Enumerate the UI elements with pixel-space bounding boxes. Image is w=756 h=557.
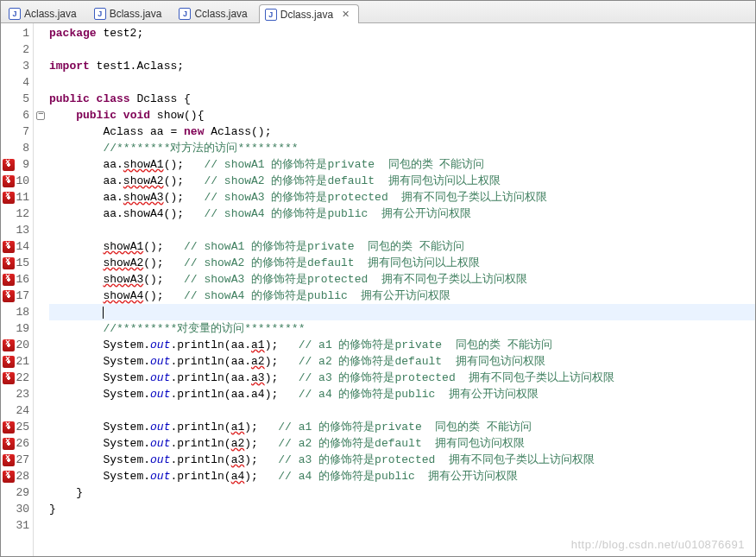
tab-aclass[interactable]: Aclass.java (3, 3, 86, 22)
code-line[interactable]: } (49, 501, 755, 517)
token-cm: // a3 的修饰符是protected 拥有不同包子类以上访问权限 (278, 453, 595, 466)
token-plain: (); (143, 273, 184, 286)
token-plain: System. (49, 355, 150, 368)
code-line[interactable]: aa.showA1(); // showA1 的修饰符是private 同包的类… (49, 156, 755, 173)
code-line[interactable]: aa.showA4(); // showA4 的修饰符是public 拥有公开访… (49, 206, 755, 222)
token-errul: showA3 (123, 191, 164, 204)
token-it: out (150, 339, 170, 351)
java-file-icon (94, 8, 106, 20)
code-content[interactable]: package test2;import test1.Aclass;public… (34, 23, 755, 556)
code-line[interactable]: System.out.println(a4); // a4 的修饰符是publi… (49, 468, 755, 484)
gutter-row: 19 (1, 320, 33, 337)
code-line[interactable]: showA3(); // showA3 的修饰符是protected 拥有不同包… (49, 271, 755, 288)
code-line[interactable]: package test2; (49, 25, 755, 41)
error-icon (3, 356, 15, 368)
code-line[interactable]: public class Dclass { (49, 91, 755, 107)
gutter-row: 17 (1, 288, 33, 304)
code-line[interactable]: aa.showA3(); // showA3 的修饰符是protected 拥有… (49, 189, 755, 206)
code-line[interactable]: showA2(); // showA2 的修饰符是default 拥有同包访问以… (49, 255, 755, 271)
token-plain (49, 273, 103, 286)
token-it: out (150, 421, 170, 434)
token-errul: showA1 (123, 158, 164, 171)
token-plain (49, 306, 103, 319)
line-number: 5 (22, 92, 29, 105)
tab-dclass[interactable]: Dclass.java✕ (259, 4, 359, 23)
tab-cclass[interactable]: Cclass.java (173, 3, 256, 22)
code-line[interactable] (49, 304, 755, 320)
code-line[interactable]: System.out.println(a1); // a1 的修饰符是priva… (49, 419, 755, 435)
line-number: 27 (16, 453, 29, 466)
gutter-row: 26 (1, 435, 33, 452)
gutter-row: 29 (1, 484, 33, 501)
line-number: 23 (16, 388, 29, 401)
error-icon (3, 421, 15, 434)
gutter-row: 5 (1, 91, 33, 107)
token-errul: showA2 (103, 256, 143, 269)
token-errul: a1 (231, 421, 245, 434)
token-plain: System. (49, 339, 150, 351)
code-line[interactable]: aa.showA2(); // showA2 的修饰符是default 拥有同包… (49, 173, 755, 189)
editor-area: 1234567891011121314151617181920212223242… (1, 23, 755, 556)
token-plain: aa. (49, 174, 123, 187)
code-line[interactable] (49, 517, 755, 534)
code-line[interactable]: //*********对变量的访问********* (49, 320, 755, 337)
token-plain: ); (265, 355, 299, 368)
code-line[interactable] (49, 402, 755, 419)
gutter-row: 8 (1, 140, 33, 156)
line-number: 9 (22, 158, 29, 171)
close-icon[interactable]: ✕ (342, 9, 350, 20)
gutter-row: 15 (1, 255, 33, 271)
error-icon (3, 241, 15, 253)
error-icon (3, 192, 15, 204)
line-number: 20 (16, 339, 29, 351)
code-line[interactable]: import test1.Aclass; (49, 58, 755, 74)
token-errul: showA4 (103, 289, 143, 302)
token-plain: .println(aa. (170, 355, 251, 368)
java-file-icon (9, 8, 21, 20)
token-plain (49, 109, 76, 122)
token-plain: ); (244, 421, 278, 434)
gutter-row: 10 (1, 173, 33, 189)
tab-label: Dclass.java (280, 9, 333, 21)
token-cm: // showA1 的修饰符是private 同包的类 不能访问 (204, 158, 484, 171)
code-line[interactable] (49, 74, 755, 91)
code-line[interactable]: showA1(); // showA1 的修饰符是private 同包的类 不能… (49, 238, 755, 255)
token-it: out (150, 355, 170, 368)
token-errul: showA1 (103, 240, 143, 253)
error-icon (3, 454, 15, 466)
code-line[interactable]: System.out.println(aa.a1); // a1 的修饰符是pr… (49, 337, 755, 353)
code-line[interactable]: System.out.println(aa.a3); // a3 的修饰符是pr… (49, 370, 755, 386)
code-line[interactable] (49, 41, 755, 58)
gutter-row: 12 (1, 206, 33, 222)
line-number: 13 (16, 224, 29, 237)
code-line[interactable]: //********对方法的访问********* (49, 140, 755, 156)
token-kw: new (184, 125, 204, 138)
tab-bclass[interactable]: Bclass.java (88, 3, 172, 22)
code-line[interactable]: System.out.println(a2); // a2 的修饰符是defau… (49, 435, 755, 452)
token-plain: (); (164, 174, 205, 187)
token-errul: a3 (251, 371, 265, 384)
code-line[interactable]: public void show(){ (49, 107, 755, 123)
gutter-row: 14 (1, 238, 33, 255)
error-icon (3, 438, 15, 450)
code-line[interactable]: System.out.println(aa.a4); // a4 的修饰符是pu… (49, 386, 755, 402)
code-line[interactable]: } (49, 484, 755, 501)
code-line[interactable]: showA4(); // showA4 的修饰符是public 拥有公开访问权限 (49, 288, 755, 304)
token-cm: // showA2 的修饰符是default 拥有同包访问以上权限 (204, 174, 500, 187)
code-line[interactable] (49, 222, 755, 238)
code-line[interactable]: System.out.println(a3); // a3 的修饰符是prote… (49, 452, 755, 468)
gutter-row: 7 (1, 123, 33, 140)
token-plain: System. (49, 388, 150, 401)
line-number: 1 (22, 27, 29, 40)
token-plain: .println(aa. (170, 339, 251, 351)
token-cm: // showA4 的修饰符是public 拥有公开访问权限 (184, 289, 450, 302)
line-number: 28 (16, 470, 29, 483)
token-plain: System. (49, 470, 150, 483)
line-number: 4 (22, 76, 29, 89)
error-icon (3, 257, 15, 269)
code-line[interactable]: Aclass aa = new Aclass(); (49, 123, 755, 140)
token-it: out (150, 371, 170, 384)
token-kw: public void (76, 109, 150, 122)
code-line[interactable]: System.out.println(aa.a2); // a2 的修饰符是de… (49, 353, 755, 370)
editor-tabbar: Aclass.javaBclass.javaCclass.javaDclass.… (1, 1, 755, 23)
